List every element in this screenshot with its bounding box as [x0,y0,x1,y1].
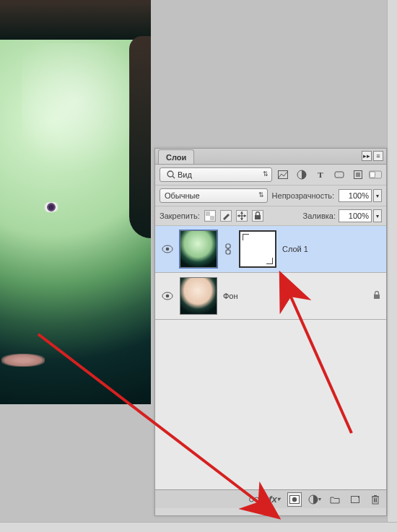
svg-rect-11 [210,216,214,220]
layer-thumbnail[interactable] [180,230,217,268]
adjustment-filter-icon[interactable] [295,168,308,181]
delete-layer-icon[interactable] [369,493,382,506]
layer-style-icon[interactable]: fx▾ [268,493,281,506]
blend-row: Обычные ⇅ Непрозрачность: 100% ▾ [155,186,386,206]
layer-thumbnail[interactable] [180,277,217,315]
layer-name-label[interactable]: Слой 1 [282,245,308,253]
svg-point-20 [166,248,170,251]
filter-type-label: Вид [178,170,192,179]
layers-list: Слой 1 Фон [155,226,386,489]
svg-point-31 [292,497,297,501]
chevron-updown-icon: ⇅ [263,170,269,178]
visibility-toggle-icon[interactable] [161,243,174,256]
svg-rect-10 [206,212,210,216]
horizontal-scrollbar[interactable] [0,522,397,532]
opacity-field-wrap: 100% ▾ [339,189,382,202]
svg-marker-15 [240,218,243,220]
panel-menu-icon[interactable]: ≡ [373,151,383,161]
document-canvas[interactable] [0,0,151,411]
fill-field-wrap: 100% ▾ [339,209,382,222]
image-detail [42,201,61,213]
lock-all-icon[interactable] [252,210,263,222]
svg-rect-2 [279,171,288,179]
image-detail [22,43,130,188]
tab-label: Слои [166,153,186,162]
mask-link-icon[interactable] [223,243,233,256]
image-preview [0,0,151,404]
new-group-icon[interactable] [328,493,341,506]
svg-rect-4 [335,172,344,178]
vertical-scrollbar[interactable] [387,0,397,532]
fill-dropdown-icon[interactable]: ▾ [373,209,382,222]
svg-point-25 [166,295,170,298]
svg-marker-17 [244,214,246,217]
layer-row[interactable]: Фон [155,273,386,320]
blend-mode-select[interactable]: Обычные ⇅ [160,188,268,203]
add-mask-icon[interactable] [288,493,301,506]
layers-panel: Слои ▸▸ ≡ Вид ⇅ T Обычные ⇅ Непр [154,148,387,516]
image-detail [0,0,151,40]
chevron-updown-icon: ⇅ [258,191,264,199]
svg-marker-16 [237,214,240,217]
shape-filter-icon[interactable] [333,168,346,181]
svg-rect-8 [370,172,375,178]
tab-layers[interactable]: Слои [158,149,194,164]
lock-pixels-icon[interactable] [220,210,232,222]
filter-type-select[interactable]: Вид ⇅ [160,167,272,182]
svg-point-0 [167,171,173,177]
filter-icons: T [276,168,365,181]
filter-row: Вид ⇅ T [155,165,386,186]
svg-rect-33 [352,496,359,502]
collapse-icon[interactable]: ▸▸ [362,151,372,161]
svg-rect-26 [374,295,380,299]
adjustment-layer-icon[interactable]: ▾ [308,493,321,506]
panel-tab-bar: Слои ▸▸ ≡ [155,149,386,165]
svg-marker-14 [240,212,243,214]
lock-transparency-icon[interactable] [204,210,216,222]
type-filter-icon[interactable]: T [314,168,327,181]
opacity-dropdown-icon[interactable]: ▾ [373,189,382,202]
lock-row: Закрепить: Заливка: 100% ▾ [155,206,386,226]
blend-mode-value: Обычные [165,191,200,200]
link-layers-icon[interactable] [248,493,261,506]
smartobject-filter-icon[interactable] [352,168,365,181]
opacity-label: Непрозрачность: [272,191,334,200]
layer-row[interactable]: Слой 1 [155,226,386,273]
image-filter-icon[interactable] [276,168,289,181]
visibility-toggle-icon[interactable] [161,289,174,302]
svg-rect-6 [356,173,360,177]
panel-tab-actions: ▸▸ ≡ [362,151,383,161]
lock-indicator-icon [373,291,380,301]
image-detail [1,354,45,367]
svg-rect-18 [255,215,261,219]
fill-input[interactable]: 100% [339,209,372,222]
search-icon [165,168,178,181]
layer-mask-thumbnail[interactable] [239,230,276,268]
filter-toggle-switch[interactable] [369,168,382,181]
new-layer-icon[interactable] [349,493,362,506]
image-detail [129,36,151,238]
lock-controls: Закрепить: [160,210,263,222]
svg-line-1 [173,176,175,178]
layers-panel-footer: fx▾ ▾ [155,489,386,508]
lock-position-icon[interactable] [236,210,248,222]
lock-label: Закрепить: [160,212,200,220]
layer-name-label[interactable]: Фон [223,292,238,300]
fill-label: Заливка: [303,212,336,220]
opacity-input[interactable]: 100% [339,189,372,202]
